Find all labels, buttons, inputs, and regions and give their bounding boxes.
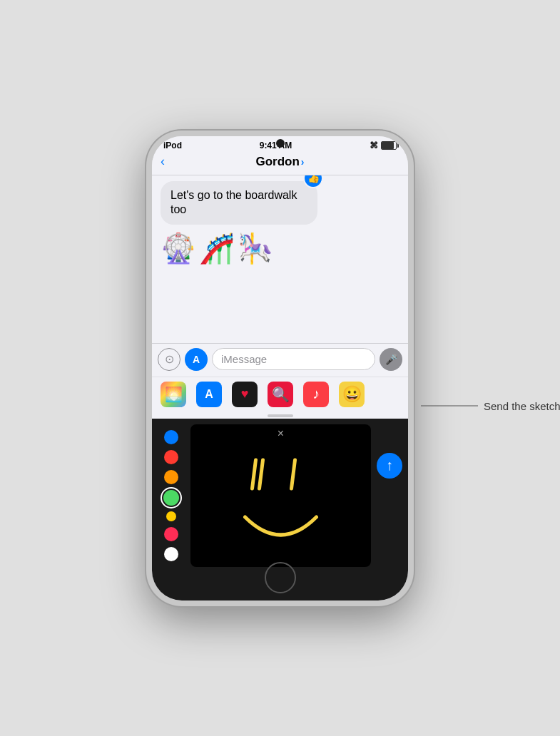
message-text: Let's go to the boardwalk too [170,189,297,216]
back-button[interactable]: ‹ [161,154,165,169]
input-placeholder: iMessage [221,353,267,365]
status-icons: ⌘ [370,140,397,150]
app-strip: 🌅 A ♥ 🔍 ♪ 😀 [152,377,408,412]
phone-inner: iPod 9:41 AM ⌘ ‹ Gordon › [152,136,408,600]
color-pink[interactable] [164,527,178,541]
appstore-button[interactable]: A [196,382,222,407]
camera-dot [276,139,285,148]
message-bubble: Let's go to the boardwalk too 👍 [161,181,317,225]
wifi-icon: ⌘ [370,140,378,150]
scroll-indicator [152,412,408,419]
smiley-drawing [190,424,371,567]
mic-button[interactable]: 🎤 [380,348,402,371]
app-strip-container: 🌅 A ♥ 🔍 ♪ 😀 [152,375,408,419]
color-green[interactable] [163,490,179,506]
digital-touch-button[interactable]: ♥ [232,382,258,407]
roller-coaster-emoji: 🎢 [199,232,235,265]
reaction-emoji: 👍 [307,175,320,185]
send-area: ↑ [377,424,402,479]
home-button[interactable] [265,562,296,593]
home-bar [152,586,408,600]
photos-app-button[interactable]: 🌅 [161,382,186,407]
phone-frame: iPod 9:41 AM ⌘ ‹ Gordon › [146,131,414,606]
emoji-button[interactable]: 😀 [339,382,365,407]
heart-icon: ♥ [241,387,249,402]
color-red[interactable] [164,450,178,464]
mic-icon: 🎤 [385,354,397,365]
message-input[interactable]: iMessage [212,348,375,370]
music-icon: ♪ [312,386,320,402]
color-orange[interactable] [164,470,178,484]
camera-icon: ⊙ [165,352,174,366]
color-blue[interactable] [164,430,178,444]
nav-bar: ‹ Gordon › [152,152,408,175]
apps-icon: A [193,354,200,365]
contact-name[interactable]: Gordon [255,155,299,169]
color-white[interactable] [164,547,178,561]
globe-search-button[interactable]: 🔍 [268,382,293,407]
annotation-text: Send the sketch. [484,400,560,412]
globe-icon: 🔍 [272,386,290,403]
thumbs-up-reaction: 👍 [303,175,323,188]
message-row: Let's go to the boardwalk too 👍 [161,181,399,225]
outer-wrapper: iPod 9:41 AM ⌘ ‹ Gordon › [146,131,414,606]
sketch-canvas[interactable]: × [190,424,371,567]
emoji-icon: 😀 [342,385,362,404]
color-palette [158,424,185,567]
camera-button[interactable]: ⊙ [158,348,180,371]
carrier-label: iPod [163,140,182,150]
carousel-emoji: 🎠 [238,232,273,265]
battery-fill [382,142,394,149]
nav-chevron-icon: › [301,156,305,168]
apps-button[interactable]: A [185,348,208,371]
annotation-line [421,406,478,407]
photos-icon: 🌅 [165,386,183,403]
send-up-arrow-icon: ↑ [386,457,393,474]
emoji-sticker-row: 🎡 🎢 🎠 [161,229,399,268]
music-button[interactable]: ♪ [303,382,329,407]
nav-title: Gordon › [255,155,304,169]
color-yellow[interactable] [166,511,176,521]
chevron-left-icon: ‹ [161,154,165,169]
appstore-icon: A [205,388,213,401]
messages-area: Let's go to the boardwalk too 👍 🎡 🎢 🎠 [152,175,408,343]
input-bar: ⊙ A iMessage 🎤 [152,343,408,375]
scroll-pill [268,414,293,417]
ferris-wheel-emoji: 🎡 [161,232,196,265]
send-sketch-button[interactable]: ↑ [377,453,402,479]
battery-icon [381,141,397,150]
annotation: Send the sketch. [421,400,560,412]
sketch-area: × ↑ [152,419,408,586]
